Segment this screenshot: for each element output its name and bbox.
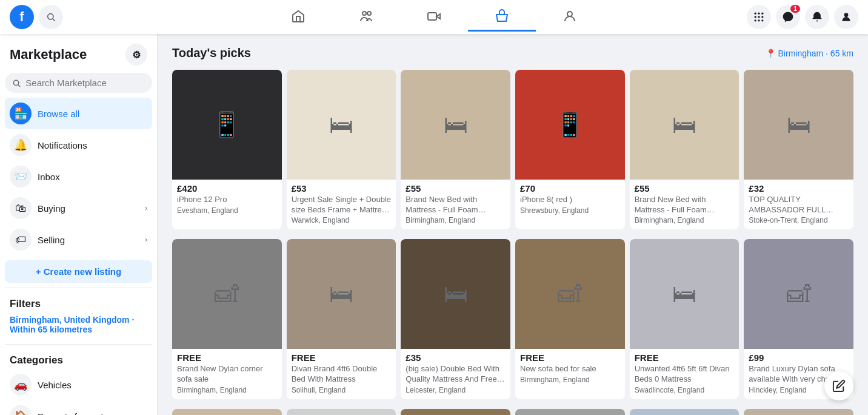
- search-box[interactable]: [5, 73, 152, 93]
- product-price: FREE: [520, 353, 620, 363]
- sidebar-item-inbox[interactable]: 📨 Inbox: [5, 161, 152, 192]
- product-name: Brand New Dylan corner sofa sale: [177, 364, 277, 385]
- sidebar-item-property-for-rent[interactable]: 🏠 Property for rent: [5, 400, 152, 415]
- product-image: 🛏: [401, 70, 510, 180]
- product-location: Leicester, England: [406, 386, 506, 394]
- product-image: 🏠: [287, 409, 396, 415]
- sidebar-item-selling[interactable]: 🏷 Selling ›: [5, 224, 152, 255]
- product-price: £32: [749, 183, 849, 194]
- notifications-button[interactable]: [805, 5, 829, 29]
- gear-button[interactable]: ⚙: [125, 44, 147, 66]
- nav-home[interactable]: [264, 2, 332, 32]
- svg-point-2: [362, 12, 366, 15]
- product-location: Solihull, England: [292, 386, 392, 394]
- svg-point-8: [758, 13, 760, 15]
- sidebar-item-notifications[interactable]: 🔔 Notifications: [5, 129, 152, 161]
- section-header: Today's picks 📍 Birmingham · 65 km: [172, 46, 853, 60]
- sidebar-item-browse-all[interactable]: 🏪 Browse all: [5, 98, 152, 129]
- svg-point-10: [755, 16, 756, 18]
- product-card[interactable]: 🛋: [172, 409, 282, 415]
- product-card[interactable]: 📱£420iPhone 12 ProEvesham, England: [172, 70, 282, 229]
- product-image: 🛏: [744, 70, 853, 180]
- location-badge[interactable]: 📍 Birmingham · 65 km: [766, 49, 853, 58]
- svg-point-13: [755, 19, 756, 21]
- product-card[interactable]: 📱£70iPhone 8( red )Shrewsbury, England: [515, 70, 625, 229]
- product-price: FREE: [292, 353, 392, 363]
- products-grid-row1: 📱£420iPhone 12 ProEvesham, England🛏£53Ur…: [172, 70, 853, 229]
- sidebar: Marketplace ⚙ 🏪 Browse all 🔔 Notificatio…: [0, 34, 158, 415]
- product-card[interactable]: 🛋FREENew sofa bed for saleBirmingham, En…: [515, 239, 625, 399]
- product-image: 🛏: [630, 409, 739, 415]
- product-card[interactable]: [515, 409, 625, 415]
- product-location: Birmingham, England: [520, 376, 620, 384]
- location-pin-icon: 📍: [766, 49, 776, 58]
- svg-point-17: [13, 80, 18, 85]
- product-card[interactable]: 🛏£55Brand New Bed with Mattress - Full F…: [630, 70, 739, 229]
- product-card[interactable]: 🛏: [630, 409, 739, 415]
- product-location: Warwick, England: [292, 216, 392, 224]
- sidebar-item-vehicles[interactable]: 🚗 Vehicles: [5, 369, 152, 400]
- product-card[interactable]: 🛏£55Brand New Bed with Mattress - Full F…: [401, 70, 510, 229]
- create-listing-button[interactable]: + Create new listing: [5, 260, 152, 283]
- product-card[interactable]: 🛏£53Urgent Sale Single + Double size Bed…: [287, 70, 396, 229]
- product-card[interactable]: 🛋FREEBrand New Dylan corner sofa saleBir…: [172, 239, 282, 399]
- product-image: 🛋: [172, 239, 282, 349]
- svg-point-6: [567, 12, 572, 16]
- selling-chevron: ›: [145, 235, 147, 244]
- product-card[interactable]: 🛏FREEDivan Brand 4ft6 Double Bed With Ma…: [287, 239, 396, 399]
- compose-button[interactable]: [824, 371, 853, 400]
- product-image: 🛏: [287, 70, 396, 180]
- messenger-badge: 1: [790, 5, 800, 13]
- inbox-icon: 📨: [10, 166, 32, 187]
- messenger-button[interactable]: 1: [776, 5, 800, 29]
- facebook-logo[interactable]: f: [10, 5, 34, 29]
- product-image: 🛏: [287, 239, 396, 349]
- product-name: Urgent Sale Single + Double size Beds Fr…: [292, 195, 392, 215]
- topnav-center: [264, 2, 604, 32]
- nav-friends[interactable]: [332, 2, 400, 32]
- product-name: Unwanted 4ft6 5ft 6ft Divan Beds 0 Mattr…: [635, 364, 735, 385]
- products-grid-row3: 🛋🏠🧱🛏🛏: [172, 409, 853, 415]
- product-name: iPhone 12 Pro: [177, 195, 277, 205]
- main-content: Today's picks 📍 Birmingham · 65 km 📱£420…: [158, 34, 868, 415]
- product-name: (big sale) Double Bed With Quality Mattr…: [406, 364, 506, 385]
- product-location: Stoke-on-Trent, England: [749, 216, 849, 224]
- sidebar-item-buying[interactable]: 🛍 Buying ›: [5, 192, 152, 224]
- nav-groups[interactable]: [536, 2, 604, 32]
- product-image: 🛏: [630, 239, 739, 349]
- products-grid-row2: 🛋FREEBrand New Dylan corner sofa saleBir…: [172, 239, 853, 399]
- topnav-left: f: [10, 5, 63, 29]
- property-icon: 🏠: [10, 405, 32, 415]
- sidebar-title: Marketplace ⚙: [5, 41, 152, 70]
- svg-point-9: [761, 13, 763, 15]
- svg-point-14: [758, 19, 760, 21]
- grid-menu-button[interactable]: [747, 5, 771, 29]
- product-image: 🛏: [401, 239, 510, 349]
- product-price: FREE: [635, 353, 735, 363]
- filters-title: Filters: [5, 293, 152, 312]
- product-card[interactable]: 🏠: [287, 409, 396, 415]
- product-card[interactable]: 🧱: [401, 409, 510, 415]
- product-location: Birmingham, England: [635, 216, 735, 224]
- nav-marketplace[interactable]: [468, 2, 536, 32]
- topnav-right: 1: [747, 5, 858, 29]
- search-button[interactable]: [39, 5, 63, 29]
- svg-point-11: [758, 16, 760, 18]
- filter-location[interactable]: Birmingham, United Kingdom · Within 65 k…: [5, 312, 152, 339]
- product-card[interactable]: 🛏: [744, 409, 853, 415]
- product-name: Divan Brand 4ft6 Double Bed With Mattres…: [292, 364, 392, 385]
- buying-chevron: ›: [145, 204, 147, 212]
- svg-line-1: [53, 19, 55, 21]
- product-card[interactable]: 🛏£32TOP QUALITY AMBASSADOR FULL DOUBLE K…: [744, 70, 853, 229]
- vehicles-icon: 🚗: [10, 374, 32, 396]
- product-card[interactable]: 🛏FREEUnwanted 4ft6 5ft 6ft Divan Beds 0 …: [630, 239, 739, 399]
- product-price: £55: [635, 183, 735, 194]
- product-image: 🛋: [172, 409, 282, 415]
- search-input[interactable]: [25, 78, 145, 88]
- nav-video[interactable]: [400, 2, 468, 32]
- product-card[interactable]: 🛏£35(big sale) Double Bed With Quality M…: [401, 239, 510, 399]
- categories-title: Categories: [5, 349, 152, 369]
- product-name: iPhone 8( red ): [520, 195, 620, 205]
- svg-point-7: [755, 13, 756, 15]
- profile-button[interactable]: [834, 5, 858, 29]
